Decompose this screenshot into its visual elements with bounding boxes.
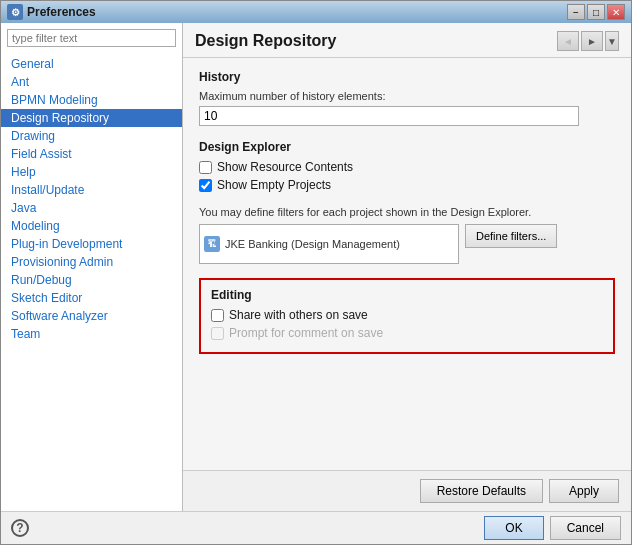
design-explorer-section: Design Explorer Show Resource Contents S… [199, 140, 615, 192]
max-history-input[interactable] [199, 106, 579, 126]
preferences-dialog: ⚙ Preferences − □ ✕ GeneralAntBPMN Model… [0, 0, 632, 545]
design-explorer-label: Design Explorer [199, 140, 615, 154]
main-scroll: History Maximum number of history elemen… [183, 58, 631, 470]
show-resource-row: Show Resource Contents [199, 160, 615, 174]
prompt-comment-checkbox[interactable] [211, 327, 224, 340]
dropdown-button[interactable]: ▼ [605, 31, 619, 51]
share-with-others-row: Share with others on save [211, 308, 603, 322]
close-button[interactable]: ✕ [607, 4, 625, 20]
sidebar-item-drawing[interactable]: Drawing [1, 127, 182, 145]
title-bar: ⚙ Preferences − □ ✕ [1, 1, 631, 23]
project-item: 🏗 JKE Banking (Design Management) [204, 236, 400, 252]
window-title: Preferences [27, 5, 563, 19]
restore-defaults-button[interactable]: Restore Defaults [420, 479, 543, 503]
history-section: History Maximum number of history elemen… [199, 70, 615, 126]
back-button[interactable]: ◄ [557, 31, 579, 51]
show-resource-checkbox[interactable] [199, 161, 212, 174]
define-filters-button[interactable]: Define filters... [465, 224, 557, 248]
sidebar-item-field-assist[interactable]: Field Assist [1, 145, 182, 163]
sidebar-item-software-analyzer[interactable]: Software Analyzer [1, 307, 182, 325]
minimize-button[interactable]: − [567, 4, 585, 20]
sidebar-item-plug-in-development[interactable]: Plug-in Development [1, 235, 182, 253]
sidebar-item-install/update[interactable]: Install/Update [1, 181, 182, 199]
project-name: JKE Banking (Design Management) [225, 238, 400, 250]
action-bar: Restore Defaults Apply [183, 470, 631, 511]
show-empty-checkbox[interactable] [199, 179, 212, 192]
sidebar-item-java[interactable]: Java [1, 199, 182, 217]
maximize-button[interactable]: □ [587, 4, 605, 20]
page-title: Design Repository [195, 32, 557, 50]
project-icon: 🏗 [204, 236, 220, 252]
ok-button[interactable]: OK [484, 516, 543, 540]
window-controls: − □ ✕ [567, 4, 625, 20]
show-empty-label: Show Empty Projects [217, 178, 331, 192]
editing-section: Editing Share with others on save Prompt… [199, 278, 615, 354]
sidebar-item-bpmn-modeling[interactable]: BPMN Modeling [1, 91, 182, 109]
main-content: Design Repository ◄ ► ▼ History Maximum … [183, 23, 631, 511]
sidebar-item-design-repository[interactable]: Design Repository [1, 109, 182, 127]
max-history-label: Maximum number of history elements: [199, 90, 615, 102]
dialog-body: GeneralAntBPMN ModelingDesign Repository… [1, 23, 631, 511]
editing-label: Editing [211, 288, 603, 302]
sidebar-item-team[interactable]: Team [1, 325, 182, 343]
cancel-button[interactable]: Cancel [550, 516, 621, 540]
filter-area: 🏗 JKE Banking (Design Management) Define… [199, 224, 615, 264]
main-header: Design Repository ◄ ► ▼ [183, 23, 631, 58]
apply-button[interactable]: Apply [549, 479, 619, 503]
prompt-comment-row: Prompt for comment on save [211, 326, 603, 340]
share-with-others-checkbox[interactable] [211, 309, 224, 322]
nav-buttons: ◄ ► ▼ [557, 31, 619, 51]
sidebar: GeneralAntBPMN ModelingDesign Repository… [1, 23, 183, 511]
sidebar-item-ant[interactable]: Ant [1, 73, 182, 91]
sidebar-item-modeling[interactable]: Modeling [1, 217, 182, 235]
filters-section: You may define filters for each project … [199, 206, 615, 264]
sidebar-list: GeneralAntBPMN ModelingDesign Repository… [1, 53, 182, 511]
sidebar-item-general[interactable]: General [1, 55, 182, 73]
forward-button[interactable]: ► [581, 31, 603, 51]
help-icon[interactable]: ? [11, 519, 29, 537]
sidebar-item-help[interactable]: Help [1, 163, 182, 181]
filter-note: You may define filters for each project … [199, 206, 615, 218]
prompt-comment-label: Prompt for comment on save [229, 326, 383, 340]
ok-cancel-row: OK Cancel [35, 516, 621, 540]
show-resource-label: Show Resource Contents [217, 160, 353, 174]
window-icon: ⚙ [7, 4, 23, 20]
sidebar-item-run/debug[interactable]: Run/Debug [1, 271, 182, 289]
show-empty-row: Show Empty Projects [199, 178, 615, 192]
history-label: History [199, 70, 615, 84]
sidebar-item-provisioning-admin[interactable]: Provisioning Admin [1, 253, 182, 271]
filter-input[interactable] [7, 29, 176, 47]
help-bar: ? OK Cancel [1, 511, 631, 544]
project-list: 🏗 JKE Banking (Design Management) [199, 224, 459, 264]
share-with-others-label: Share with others on save [229, 308, 368, 322]
sidebar-item-sketch-editor[interactable]: Sketch Editor [1, 289, 182, 307]
